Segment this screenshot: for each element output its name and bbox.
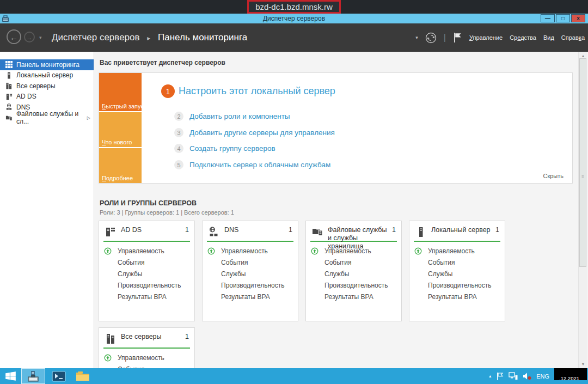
- quickstart-column: Быстрый запуск Что нового Подробнее: [99, 73, 142, 183]
- card-row-bpa[interactable]: Результаты BPA: [306, 291, 401, 303]
- card-count: 1: [495, 226, 499, 234]
- sidebar-item-dashboard[interactable]: Панель мониторинга: [0, 59, 94, 70]
- menu-help[interactable]: Справка: [561, 34, 585, 41]
- network-icon[interactable]: [509, 372, 518, 380]
- tab-whats-new[interactable]: Что нового: [99, 112, 142, 148]
- status-up-icon: [207, 247, 215, 255]
- card-row-performance[interactable]: Производительность: [203, 280, 298, 291]
- taskbar-file-explorer-button[interactable]: [72, 368, 94, 384]
- menu-tools[interactable]: Средства: [510, 34, 536, 41]
- card-header[interactable]: Локальный сервер 1: [409, 221, 505, 241]
- card-title[interactable]: DNS: [224, 226, 284, 234]
- card-row-manageability[interactable]: Управляемость: [203, 246, 298, 257]
- card-row-events[interactable]: События: [306, 257, 401, 269]
- card-title[interactable]: AD DS: [121, 226, 181, 234]
- card-row-bpa[interactable]: Результаты BPA: [99, 291, 194, 303]
- scrollbar-thumb[interactable]: ≡: [579, 58, 586, 267]
- sidebar-item-file-services[interactable]: Файловые службы и сл... ▷: [0, 113, 94, 124]
- start-button[interactable]: [0, 368, 21, 384]
- language-indicator[interactable]: ENG: [536, 373, 549, 380]
- card-row-manageability[interactable]: Управляемость: [99, 352, 194, 364]
- card-row-services[interactable]: Службы: [203, 269, 298, 280]
- step-2-link[interactable]: Добавить роли и компоненты: [189, 112, 290, 120]
- step-1-link[interactable]: Настроить этот локальный сервер: [179, 86, 335, 97]
- status-line: [103, 241, 190, 242]
- taskbar-clock[interactable]: .12.2021: [554, 368, 588, 384]
- card-row-manageability[interactable]: Управляемость: [409, 246, 505, 257]
- breadcrumb-current: Панель мониторинга: [158, 32, 247, 42]
- taskbar-powershell-button[interactable]: [48, 368, 70, 384]
- card-row-services[interactable]: Службы: [306, 269, 401, 280]
- step-5-link[interactable]: Подключить сервер к облачным службам: [189, 161, 330, 169]
- card-row-events[interactable]: События: [409, 257, 505, 269]
- card-row-performance[interactable]: Производительность: [99, 280, 194, 291]
- menu-manage[interactable]: Управление: [469, 34, 503, 41]
- status-up-icon: [414, 247, 422, 255]
- windows-logo-icon: [5, 371, 16, 381]
- card-header[interactable]: AD DS 1: [99, 221, 194, 241]
- scroll-down-button[interactable]: ▼: [579, 360, 587, 368]
- close-button[interactable]: x: [571, 14, 585, 22]
- step-4-badge: 4: [174, 144, 183, 153]
- forward-button[interactable]: →: [24, 32, 35, 42]
- action-center-flag-icon[interactable]: [496, 372, 504, 381]
- card-row-bpa[interactable]: Результаты BPA: [409, 291, 505, 303]
- tab-learn-more[interactable]: Подробнее: [99, 148, 142, 183]
- volume-icon[interactable]: [523, 372, 531, 380]
- hostname-text: bzd-dc1.bzd.mnsk.rw: [255, 2, 333, 11]
- card-row-manageability[interactable]: Управляемость: [306, 246, 401, 257]
- card-row-manageability[interactable]: Управляемость: [99, 246, 194, 257]
- card-row-performance[interactable]: Производительность: [409, 280, 505, 291]
- roles-section-subtitle: Роли: 3 | Группы серверов: 1 | Всего сер…: [100, 209, 234, 216]
- notifications-flag-icon[interactable]: [453, 32, 462, 43]
- step-4-link[interactable]: Создать группу серверов: [189, 144, 275, 153]
- scrollbar-grip-icon: ≡: [580, 174, 586, 179]
- tab-quick-start[interactable]: Быстрый запуск: [99, 73, 142, 112]
- sidebar-item-label: Панель мониторинга: [16, 61, 79, 69]
- nav-history-caret-icon[interactable]: ▾: [39, 35, 42, 40]
- dashboard-icon: [5, 61, 13, 68]
- card-row-services[interactable]: Службы: [409, 269, 505, 280]
- window-titlebar[interactable]: Диспетчер серверов — □ x: [0, 14, 588, 23]
- card-title[interactable]: Все серверы: [121, 333, 181, 341]
- back-button[interactable]: ←: [7, 29, 21, 44]
- card-row-events[interactable]: События: [99, 364, 194, 368]
- taskbar-server-manager-button[interactable]: [21, 368, 45, 384]
- sidebar-item-all-servers[interactable]: Все серверы: [0, 81, 94, 92]
- card-row-performance[interactable]: Производительность: [306, 280, 401, 291]
- card-row-bpa[interactable]: Результаты BPA: [203, 291, 298, 303]
- step-3-badge: 3: [174, 128, 183, 137]
- role-card-dns: DNS 1 Управляемость События Службы Произ…: [202, 221, 298, 321]
- step-3-link[interactable]: Добавить другие серверы для управления: [189, 129, 335, 137]
- menu-view[interactable]: Вид: [543, 34, 554, 41]
- role-card-ad-ds: AD DS 1 Управляемость События Службы Про…: [99, 221, 195, 321]
- server-manager-icon: [27, 370, 40, 382]
- window-controls: — □ x: [541, 14, 585, 22]
- card-row-services[interactable]: Службы: [99, 269, 194, 280]
- toolbar-caret-icon[interactable]: ▾: [415, 35, 418, 40]
- card-header[interactable]: Все серверы 1: [99, 328, 194, 348]
- status-up-icon: [311, 247, 318, 255]
- sidebar-item-local-server[interactable]: Локальный сервер: [0, 70, 94, 81]
- welcome-tile: Быстрый запуск Что нового Подробнее 1 На…: [99, 72, 573, 184]
- maximize-button[interactable]: □: [556, 14, 570, 22]
- breadcrumb-root[interactable]: Диспетчер серверов: [52, 32, 140, 42]
- card-row-events[interactable]: События: [99, 257, 194, 269]
- tray-overflow-caret-icon[interactable]: ▴: [489, 374, 491, 379]
- hostname-highlight-box: bzd-dc1.bzd.mnsk.rw: [247, 0, 341, 14]
- refresh-icon[interactable]: [425, 32, 437, 44]
- sidebar-item-ad-ds[interactable]: AD DS: [0, 92, 94, 102]
- minimize-button[interactable]: —: [541, 14, 555, 22]
- card-header[interactable]: DNS 1: [203, 221, 298, 241]
- card-row-events[interactable]: События: [203, 257, 298, 269]
- sidebar-item-label: AD DS: [16, 93, 36, 100]
- expander-icon[interactable]: ▷: [87, 115, 90, 120]
- hide-welcome-link[interactable]: Скрыть: [543, 173, 564, 179]
- status-line: [103, 348, 190, 349]
- group-card-all-servers: Все серверы 1 Управляемость События: [99, 327, 195, 368]
- card-count: 1: [185, 333, 189, 340]
- card-title[interactable]: Локальный сервер: [431, 226, 491, 234]
- card-header[interactable]: Файловые службы и службы хранилища 1: [306, 221, 401, 241]
- card-count: 1: [185, 226, 189, 234]
- role-card-local-server: Локальный сервер 1 Управляемость События…: [409, 221, 505, 321]
